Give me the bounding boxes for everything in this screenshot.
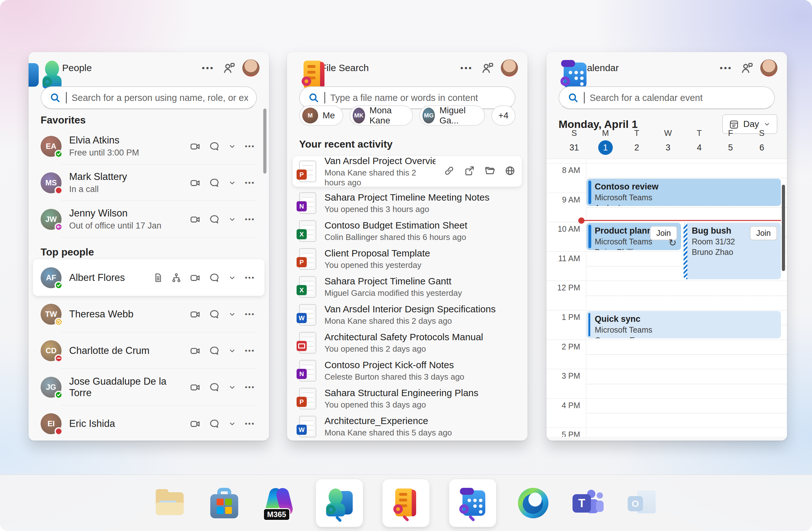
copy-link-icon[interactable] [444,165,454,178]
person-filter-chip[interactable]: +4 [491,106,516,126]
week-date[interactable]: 1 [598,140,613,155]
chat-icon[interactable] [209,214,219,225]
file-row[interactable]: X Contoso Budget Estimation Sheet Colin … [299,217,516,245]
person-filter-chip[interactable]: MKMona Kane [350,106,413,126]
chevron-down-icon[interactable] [228,178,237,187]
file-title: Sahara Project Timeline Gantt [324,276,516,287]
person-row[interactable]: JG Jose Guadalupe De la Torre ••• [41,369,257,405]
person-row[interactable]: TW Theresa Webb ••• [41,296,257,332]
file-row[interactable]: P Van Arsdel Project Overview... Mona Ka… [293,156,522,187]
profile-card-icon[interactable] [153,273,163,283]
more-options-icon[interactable]: ••• [201,60,216,75]
week-date[interactable]: 4 [692,140,707,155]
video-call-icon[interactable] [190,382,201,393]
feedback-person-chat-icon[interactable] [221,60,237,75]
more-options-icon[interactable]: ••• [245,347,255,355]
video-call-icon[interactable] [190,345,201,356]
week-date[interactable]: 6 [755,140,769,155]
person-filter-chip[interactable]: MMe [299,106,343,126]
more-options-icon[interactable]: ••• [459,60,474,75]
hour-label: 2 PM [556,342,580,351]
week-date[interactable]: 31 [567,140,581,155]
profile-avatar[interactable] [760,59,778,76]
file-row[interactable]: W Architecture_Experience Mona Kane shar… [299,413,516,441]
chevron-down-icon[interactable] [228,310,237,319]
video-call-icon[interactable] [190,309,201,320]
calendar-event[interactable]: Product planning Microsoft Teams Daisy P… [586,223,681,250]
chat-icon[interactable] [209,178,219,188]
weekday-letter: S [759,128,765,138]
chat-icon[interactable] [209,418,219,429]
calendar-event[interactable]: Contoso review Microsoft Teams Andre Law… [586,179,781,206]
taskbar-app-people[interactable] [316,479,363,527]
taskbar-app-store[interactable] [207,479,242,527]
video-call-icon[interactable] [190,272,201,283]
file-row[interactable]: Architectural Safety Protocols Manual Yo… [299,329,516,357]
more-options-icon[interactable]: ••• [245,215,255,223]
chat-icon[interactable] [209,382,219,393]
chat-icon[interactable] [209,309,219,320]
more-options-icon[interactable]: ••• [245,383,255,391]
chevron-down-icon[interactable] [228,215,237,224]
people-scrollbar[interactable] [263,109,266,173]
person-row[interactable]: EI Eric Ishida ••• [41,405,257,441]
taskbar-app-filesearch[interactable] [382,479,430,527]
week-date[interactable]: 2 [629,140,644,155]
week-date[interactable]: 5 [723,140,738,155]
calendar-scrollbar[interactable] [782,185,785,271]
more-options-icon[interactable]: ••• [245,179,255,187]
taskbar-app-folder[interactable] [152,479,187,527]
chevron-down-icon[interactable] [228,346,237,355]
open-folder-icon[interactable] [484,165,495,178]
taskbar-app-outlook[interactable]: O [625,479,660,527]
taskbar-app-edge[interactable] [516,479,551,527]
week-date[interactable]: 3 [661,140,675,155]
feedback-person-chat-icon[interactable] [739,60,755,75]
video-call-icon[interactable] [190,418,201,429]
chevron-down-icon[interactable] [228,142,237,151]
org-chart-icon[interactable] [171,273,182,283]
more-options-icon[interactable]: ••• [245,310,255,318]
file-row[interactable]: N Contoso Project Kick-off Notes Celeste… [299,357,516,385]
feedback-person-chat-icon[interactable] [480,60,495,75]
profile-avatar[interactable] [242,59,259,76]
taskbar-app-m365[interactable]: M365 [261,479,296,527]
file-row[interactable]: N Sahara Project Timeline Meeting Notes … [299,189,516,217]
search-icon [308,92,319,103]
chevron-down-icon[interactable] [228,273,237,282]
more-options-icon[interactable]: ••• [245,274,255,282]
chat-icon[interactable] [209,345,219,356]
file-row[interactable]: P Client Proposal Template You opened th… [299,245,516,273]
chat-icon[interactable] [209,272,219,283]
profile-avatar[interactable] [501,59,518,76]
chat-icon[interactable] [209,141,219,152]
calendar-event[interactable]: Bug bush Room 31/32 Bruno Zhao Join [683,223,781,279]
more-options-icon[interactable]: ••• [245,420,255,428]
file-row[interactable]: X Sahara Project Timeline Gantt Miguel G… [299,273,516,301]
person-row[interactable]: AF Albert Flores ••• [33,259,264,296]
person-row[interactable]: CD Charlotte de Crum ••• [41,332,257,369]
share-icon[interactable] [464,165,475,178]
avatar: AF [41,267,61,288]
person-row[interactable]: EA Elvia Atkins Free until 3:00 PM ••• [41,128,257,164]
calendar-event[interactable]: Quick sync Microsoft Teams Cameron Evans [586,311,781,338]
join-button[interactable]: Join [750,226,777,240]
more-options-icon[interactable]: ••• [719,60,734,75]
m365-copilot-icon: M365 [264,488,294,518]
open-in-browser-globe-icon[interactable] [505,165,516,178]
taskbar-app-teams[interactable]: T [570,479,605,527]
file-row[interactable]: W Van Arsdel Interior Design Specificati… [299,301,516,329]
file-row[interactable]: P Sahara Structural Engineering Plans Yo… [299,385,516,413]
video-call-icon[interactable] [190,141,201,152]
video-call-icon[interactable] [190,178,201,188]
person-row[interactable]: MS Mark Slattery In a call ••• [41,164,257,201]
taskbar-app-calendar[interactable] [449,479,496,527]
chevron-down-icon[interactable] [228,419,237,428]
more-options-icon[interactable]: ••• [245,142,255,151]
chevron-down-icon[interactable] [228,383,237,392]
person-filter-chip[interactable]: MGMiguel Ga... [419,106,485,126]
video-call-icon[interactable] [190,214,201,225]
calendar-search-input[interactable]: Search for a calendar event [559,86,775,109]
person-row[interactable]: JW Jenny Wilson Out of office until 17 J… [41,201,257,237]
people-search-input[interactable]: Search for a person using name, role, or… [41,86,257,109]
